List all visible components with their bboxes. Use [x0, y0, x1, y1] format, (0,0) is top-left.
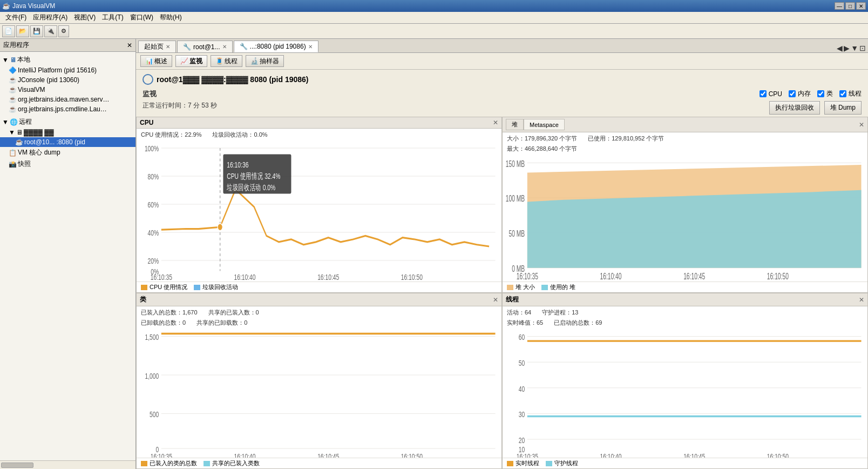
app-icon-visualvm: ☕ — [9, 86, 17, 93]
menu-app[interactable]: 应用程序(A) — [30, 12, 71, 23]
menu-file[interactable]: 文件(F) — [2, 12, 30, 23]
tab-nav-window[interactable]: ⊡ — [859, 44, 866, 52]
minimize-button[interactable]: — — [835, 2, 844, 10]
tree-jconsole[interactable]: ☕ JConsole (pid 13060) — [0, 75, 135, 85]
horizontal-scrollbar[interactable] — [0, 460, 135, 469]
tree-remote-process[interactable]: ☕ root@10... :8080 (pid — [0, 137, 135, 147]
thread-daemon-legend: 守护线程 — [546, 459, 578, 467]
thread-chart-stats: 活动：64 守护进程：13 — [503, 306, 867, 319]
heap-dump-button[interactable]: 堆 Dump — [824, 101, 862, 115]
tab-start-close[interactable]: ✕ — [166, 44, 170, 50]
svg-text:1,500: 1,500 — [145, 332, 159, 342]
heap-chart-svg: 150 MB 100 MB 50 MB 0 MB 16:10:35 16:10:… — [503, 155, 867, 282]
btn-sampler[interactable]: 🔬 抽样器 — [246, 55, 284, 67]
cpu-checkbox[interactable] — [760, 90, 767, 97]
tree-snapshot-label: 快照 — [18, 159, 31, 169]
tab-nav-right[interactable]: ▶ — [844, 44, 850, 52]
cpu-chart-legend: CPU 使用情况 垃圾回收活动 — [137, 282, 501, 292]
tab-process-icon: 🔧 — [240, 43, 248, 50]
metaspace-tab[interactable]: Metaspace — [524, 119, 565, 130]
tree-vm-dump[interactable]: 📋 VM 核心 dump — [0, 147, 135, 158]
tree-launcher-label: org.jetbrains.jps.cmdline.Launcher — [18, 105, 110, 113]
tab-process-close[interactable]: ✕ — [308, 44, 313, 50]
tree-local-label: 本地 — [17, 55, 30, 64]
memory-checkbox[interactable] — [789, 90, 796, 97]
toolbar-connect[interactable]: 🔌 — [44, 25, 57, 37]
cpu-legend-usage: CPU 使用情况 — [141, 283, 187, 291]
thread-chart-legend: 实时线程 守护线程 — [503, 458, 867, 468]
monitor-label: 监视 — [143, 90, 157, 98]
app-icon-intellij: 🔷 — [9, 66, 17, 74]
menu-window[interactable]: 窗口(W) — [127, 12, 157, 23]
checkbox-class: 类 — [817, 89, 833, 98]
thread-chart-body: 60 50 40 30 20 10 16:10:35 16:10:40 16:1… — [503, 329, 867, 458]
menu-view[interactable]: 视图(V) — [71, 12, 99, 23]
class-checkbox[interactable] — [817, 90, 824, 97]
heap-tab[interactable]: 堆 — [506, 119, 524, 130]
tree-snapshot[interactable]: 📸 快照 — [0, 158, 135, 170]
svg-point-16 — [218, 224, 222, 231]
cpu-chart-header: CPU ✕ — [137, 117, 501, 129]
btn-monitor[interactable]: 📈 监视 — [175, 55, 207, 67]
title-bar-title: ☕ Java VisualVM — [2, 2, 55, 10]
tree-remote-host[interactable]: ▼ 🖥 ▓▓▓▓ ▓▓ — [0, 128, 135, 137]
tree-maven[interactable]: ☕ org.jetbrains.idea.maven.server.Re — [0, 95, 135, 104]
svg-text:16:10:35: 16:10:35 — [517, 272, 538, 282]
tab-nav-down[interactable]: ▼ — [851, 44, 858, 52]
thread-chart-title: 线程 — [506, 295, 519, 304]
svg-text:16:10:50: 16:10:50 — [767, 272, 789, 282]
cpu-chart-body: 100% 80% 60% 40% 20% 0% 16:10:35 16:10:4… — [137, 141, 501, 282]
tab-root-close[interactable]: ✕ — [222, 44, 227, 50]
thread-daemon-stat: 守护进程：13 — [542, 309, 578, 317]
title-bar-buttons[interactable]: — □ ✕ — [835, 2, 866, 10]
overview-label: 概述 — [154, 57, 167, 66]
toolbar-save[interactable]: 💾 — [30, 25, 43, 37]
toolbar: 📄 📂 💾 🔌 ⚙ — [0, 24, 868, 39]
tree-intellij[interactable]: 🔷 IntelliJ Platform (pid 15616) — [0, 65, 135, 75]
tab-process[interactable]: 🔧 ...:8080 (pid 19086) ✕ — [234, 41, 318, 52]
thread-checkbox[interactable] — [839, 90, 846, 97]
sampler-label: 抽样器 — [260, 57, 279, 66]
heap-chart-close[interactable]: ✕ — [859, 121, 864, 129]
tab-root-label: root@1... — [193, 43, 220, 51]
cpu-chart-close[interactable]: ✕ — [493, 119, 498, 126]
cpu-usage-color — [141, 285, 147, 290]
svg-text:16:10:40: 16:10:40 — [600, 452, 621, 458]
svg-text:60: 60 — [519, 332, 525, 342]
tab-nav-arrows: ◀ ▶ ▼ ⊡ — [837, 44, 866, 52]
threads-icon: 🧵 — [215, 57, 223, 65]
tree-remote-expand[interactable]: ▼ 🌐 远程 — [0, 116, 135, 128]
tab-start[interactable]: 起始页 ✕ — [138, 41, 176, 52]
tree-local-expand[interactable]: ▼ 🖥 本地 — [0, 54, 135, 65]
heap-used-legend: 使用的 堆 — [541, 283, 575, 291]
svg-text:30: 30 — [519, 410, 525, 419]
app-icon-launcher: ☕ — [9, 105, 17, 113]
menu-bar: 文件(F) 应用程序(A) 视图(V) 工具(T) 窗口(W) 帮助(H) — [0, 12, 868, 24]
class-chart-close[interactable]: ✕ — [493, 296, 498, 304]
toolbar-open[interactable]: 📂 — [16, 25, 29, 37]
close-button[interactable]: ✕ — [856, 2, 866, 10]
gc-button[interactable]: 执行垃圾回收 — [769, 101, 820, 115]
tree-visualvm[interactable]: ☕ VisualVM — [0, 85, 135, 95]
menu-tools[interactable]: 工具(T) — [99, 12, 126, 23]
btn-threads[interactable]: 🧵 线程 — [211, 55, 242, 67]
svg-text:16:10:40: 16:10:40 — [234, 273, 255, 282]
thread-chart-stats-2: 实时峰值：65 已启动的总数：69 — [503, 319, 867, 329]
tab-nav-left[interactable]: ◀ — [837, 44, 843, 52]
btn-overview[interactable]: 📊 概述 — [140, 55, 172, 67]
heap-used-color — [541, 285, 548, 290]
app-icon-jconsole: ☕ — [9, 76, 17, 84]
svg-text:垃圾回收活动   0.0%: 垃圾回收活动 0.0% — [226, 183, 275, 192]
maximize-button[interactable]: □ — [845, 2, 855, 10]
thread-chart-close[interactable]: ✕ — [859, 296, 864, 304]
scrollbar-thumb[interactable] — [1, 463, 33, 468]
thread-live-legend-label: 实时线程 — [516, 459, 539, 467]
monitor-label: 监视 — [189, 57, 202, 66]
tab-root[interactable]: 🔧 root@1... ✕ — [177, 41, 233, 52]
tree-launcher[interactable]: ☕ org.jetbrains.jps.cmdline.Launcher — [0, 104, 135, 114]
uptime-row: 正常运行时间：7 分 53 秒 执行垃圾回收 堆 Dump — [136, 99, 868, 117]
toolbar-settings[interactable]: ⚙ — [58, 25, 69, 37]
menu-help[interactable]: 帮助(H) — [157, 12, 185, 23]
left-panel-close[interactable]: ✕ — [127, 42, 132, 49]
toolbar-new[interactable]: 📄 — [2, 25, 15, 37]
